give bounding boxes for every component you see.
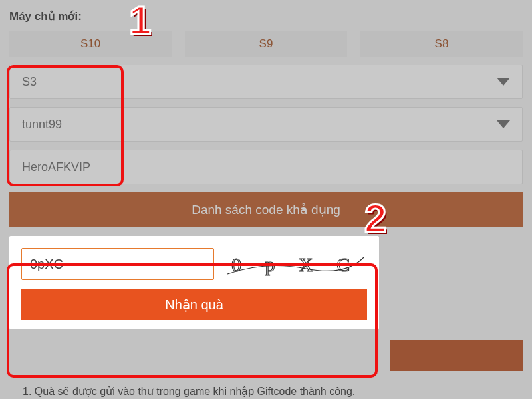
account-select-value: tunnt99 [22, 118, 62, 132]
server-button-row: S10 S9 S8 [9, 31, 523, 57]
server-select[interactable]: S3 [9, 65, 523, 99]
svg-text:0 p X C: 0 p X C [231, 253, 359, 275]
chevron-down-icon [497, 120, 510, 128]
captcha-image: 0 p X C [226, 249, 366, 279]
captcha-panel: 0 p X C Nhận quà [9, 236, 379, 329]
new-server-heading: Máy chủ mới: [9, 9, 523, 23]
code-list-button[interactable]: Danh sách code khả dụng [9, 192, 523, 227]
step-marker-1: 1 [129, 0, 151, 43]
account-select[interactable]: tunnt99 [9, 107, 523, 142]
captcha-input[interactable] [21, 248, 214, 280]
submit-button[interactable]: Nhận quà [21, 289, 367, 320]
instruction-note: 1. Quà sẽ được gửi vào thư trong game kh… [23, 385, 355, 398]
server-select-value: S3 [22, 75, 37, 89]
server-button-s9[interactable]: S9 [185, 31, 347, 57]
server-button-s8[interactable]: S8 [360, 31, 523, 57]
submit-bar-extension [390, 340, 523, 371]
chevron-down-icon [497, 78, 510, 86]
character-value: HeroAFKVIP [22, 160, 90, 174]
character-input[interactable]: HeroAFKVIP [9, 150, 523, 184]
step-marker-2: 2 [364, 196, 386, 241]
